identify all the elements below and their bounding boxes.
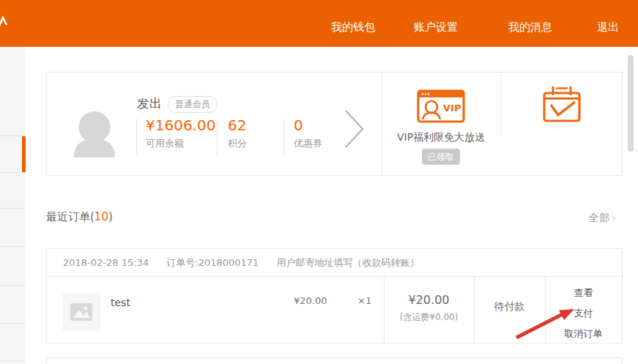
recent-orders-title: 最近订单(10) bbox=[46, 210, 113, 224]
vip-promo[interactable]: VIP VIP福利限免大放送 已领取 bbox=[382, 73, 500, 177]
coupons-value: 0 bbox=[294, 116, 322, 134]
pay-order-link[interactable]: 支付 bbox=[545, 307, 622, 320]
order-description: 用户邮寄地址填写（收款码转账） bbox=[277, 257, 420, 268]
username: 发出 bbox=[137, 95, 162, 112]
balance-label: 可用余额 bbox=[146, 137, 216, 150]
nav-my-messages[interactable]: 我的消息 bbox=[508, 21, 552, 34]
order-number: 订单号:2018000171 bbox=[166, 257, 259, 268]
member-level-badge: 普通会员 bbox=[168, 96, 218, 113]
balance-value: ¥1606.00 bbox=[146, 116, 216, 134]
divider bbox=[217, 119, 218, 155]
view-order-link[interactable]: 查看 bbox=[545, 286, 622, 300]
sidebar-item[interactable] bbox=[0, 285, 26, 323]
vip-browser-icon: VIP bbox=[417, 89, 465, 123]
recent-orders-label: 最近订单 bbox=[46, 210, 90, 223]
order-datetime: 2018-02-28 15:34 bbox=[63, 257, 149, 268]
product-thumbnail[interactable] bbox=[62, 293, 100, 331]
next-order-card bbox=[46, 357, 623, 364]
nav-account-settings[interactable]: 账户设置 bbox=[414, 21, 458, 34]
sidebar-item[interactable] bbox=[0, 208, 26, 246]
vip-icon-label: VIP bbox=[443, 103, 461, 114]
coupons-stat[interactable]: 0 优惠券 bbox=[294, 116, 322, 150]
user-avatar[interactable] bbox=[73, 109, 116, 157]
nav-my-wallet[interactable]: 我的钱包 bbox=[331, 21, 375, 34]
order-actions: 查看 支付 取消订单 bbox=[545, 277, 622, 341]
product-name[interactable]: test bbox=[111, 297, 130, 308]
divider bbox=[136, 119, 137, 155]
checkin-promo[interactable] bbox=[501, 73, 623, 177]
nav-logout[interactable]: 退出 bbox=[597, 21, 619, 34]
points-label: 积分 bbox=[228, 137, 247, 150]
view-all-label: 全部 bbox=[589, 212, 609, 223]
count-paren-close: ) bbox=[108, 210, 113, 223]
points-stat[interactable]: 62 积分 bbox=[228, 116, 247, 150]
divider bbox=[283, 119, 284, 155]
chevron-right-icon: › bbox=[612, 212, 616, 223]
sidebar-item[interactable] bbox=[0, 172, 26, 208]
profile-card: 发出 普通会员 ¥1606.00 可用余额 62 积分 0 优惠券 bbox=[46, 72, 623, 176]
chevron-right-icon[interactable] bbox=[341, 108, 366, 150]
order-header: 2018-02-28 15:34 订单号:2018000171 用户邮寄地址填写… bbox=[47, 249, 622, 277]
unit-price: ¥20.00 bbox=[294, 295, 327, 306]
sidebar-item[interactable] bbox=[0, 246, 26, 285]
points-value: 62 bbox=[228, 116, 247, 134]
total-price: ¥20.00 bbox=[384, 293, 474, 307]
shipping-note: (含运费¥0.00) bbox=[384, 311, 474, 324]
view-all-link[interactable]: 全部› bbox=[589, 212, 616, 225]
claimed-button[interactable]: 已领取 bbox=[422, 149, 460, 165]
vip-promo-title: VIP福利限免大放送 bbox=[382, 131, 500, 144]
order-status: 待付款 bbox=[474, 300, 545, 313]
image-placeholder-icon bbox=[70, 303, 92, 321]
order-card: 2018-02-28 15:34 订单号:2018000171 用户邮寄地址填写… bbox=[46, 248, 623, 343]
site-logo-icon bbox=[0, 15, 10, 32]
order-total-cell: ¥20.00 (含运费¥0.00) bbox=[384, 277, 474, 324]
quantity: ×1 bbox=[357, 295, 371, 306]
sidebar-item[interactable] bbox=[0, 360, 26, 364]
balance-stat[interactable]: ¥1606.00 可用余额 bbox=[146, 116, 216, 150]
left-sidebar bbox=[0, 47, 26, 364]
cancel-order-link[interactable]: 取消订单 bbox=[545, 327, 622, 341]
coupons-label: 优惠券 bbox=[294, 137, 322, 150]
calendar-check-icon bbox=[541, 84, 582, 124]
sidebar-item[interactable] bbox=[0, 323, 26, 360]
scrollbar-thumb[interactable] bbox=[628, 55, 634, 152]
top-header-bar: 我的钱包 账户设置 我的消息 退出 bbox=[0, 0, 638, 47]
sidebar-active-indicator bbox=[22, 136, 26, 172]
page: 我的钱包 账户设置 我的消息 退出 发出 普通会员 ¥1606.00 可用余额 … bbox=[0, 0, 638, 364]
orders-count: 10 bbox=[94, 210, 108, 223]
